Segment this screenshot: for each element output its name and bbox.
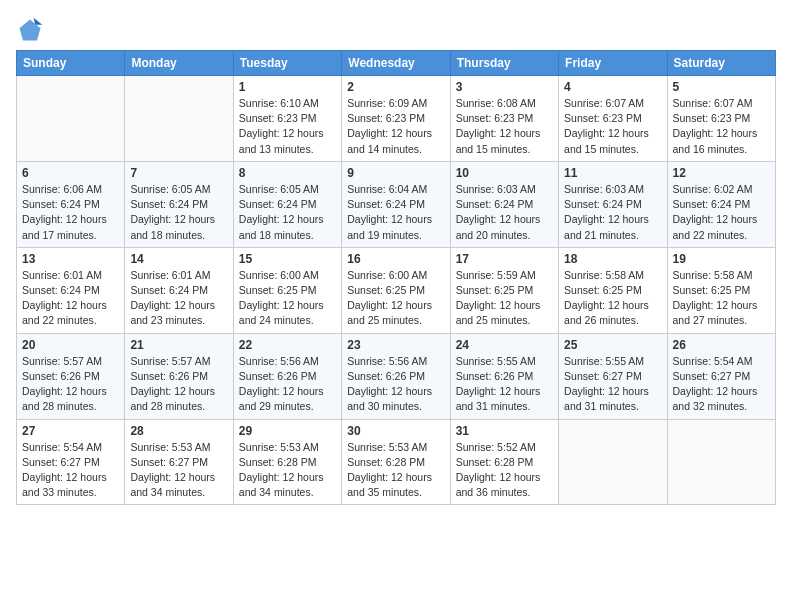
calendar-cell: 2Sunrise: 6:09 AM Sunset: 6:23 PM Daylig… xyxy=(342,76,450,162)
day-number: 3 xyxy=(456,80,553,94)
page-header xyxy=(16,16,776,44)
day-info: Sunrise: 5:57 AM Sunset: 6:26 PM Dayligh… xyxy=(22,354,119,415)
day-number: 22 xyxy=(239,338,336,352)
day-number: 12 xyxy=(673,166,770,180)
calendar-cell: 26Sunrise: 5:54 AM Sunset: 6:27 PM Dayli… xyxy=(667,333,775,419)
calendar-cell: 12Sunrise: 6:02 AM Sunset: 6:24 PM Dayli… xyxy=(667,161,775,247)
calendar-cell: 19Sunrise: 5:58 AM Sunset: 6:25 PM Dayli… xyxy=(667,247,775,333)
calendar-cell: 29Sunrise: 5:53 AM Sunset: 6:28 PM Dayli… xyxy=(233,419,341,505)
header-tuesday: Tuesday xyxy=(233,51,341,76)
day-number: 11 xyxy=(564,166,661,180)
calendar-cell xyxy=(17,76,125,162)
day-info: Sunrise: 5:56 AM Sunset: 6:26 PM Dayligh… xyxy=(347,354,444,415)
day-number: 27 xyxy=(22,424,119,438)
day-info: Sunrise: 5:57 AM Sunset: 6:26 PM Dayligh… xyxy=(130,354,227,415)
week-row-0: 1Sunrise: 6:10 AM Sunset: 6:23 PM Daylig… xyxy=(17,76,776,162)
day-number: 29 xyxy=(239,424,336,438)
day-info: Sunrise: 6:10 AM Sunset: 6:23 PM Dayligh… xyxy=(239,96,336,157)
week-row-3: 20Sunrise: 5:57 AM Sunset: 6:26 PM Dayli… xyxy=(17,333,776,419)
week-row-4: 27Sunrise: 5:54 AM Sunset: 6:27 PM Dayli… xyxy=(17,419,776,505)
calendar-cell: 6Sunrise: 6:06 AM Sunset: 6:24 PM Daylig… xyxy=(17,161,125,247)
calendar-cell: 20Sunrise: 5:57 AM Sunset: 6:26 PM Dayli… xyxy=(17,333,125,419)
day-info: Sunrise: 5:54 AM Sunset: 6:27 PM Dayligh… xyxy=(673,354,770,415)
day-info: Sunrise: 5:55 AM Sunset: 6:27 PM Dayligh… xyxy=(564,354,661,415)
day-number: 28 xyxy=(130,424,227,438)
day-info: Sunrise: 6:02 AM Sunset: 6:24 PM Dayligh… xyxy=(673,182,770,243)
day-info: Sunrise: 6:04 AM Sunset: 6:24 PM Dayligh… xyxy=(347,182,444,243)
day-info: Sunrise: 6:05 AM Sunset: 6:24 PM Dayligh… xyxy=(239,182,336,243)
calendar-cell: 5Sunrise: 6:07 AM Sunset: 6:23 PM Daylig… xyxy=(667,76,775,162)
day-info: Sunrise: 6:00 AM Sunset: 6:25 PM Dayligh… xyxy=(347,268,444,329)
calendar-cell: 7Sunrise: 6:05 AM Sunset: 6:24 PM Daylig… xyxy=(125,161,233,247)
calendar-cell: 23Sunrise: 5:56 AM Sunset: 6:26 PM Dayli… xyxy=(342,333,450,419)
calendar-cell: 25Sunrise: 5:55 AM Sunset: 6:27 PM Dayli… xyxy=(559,333,667,419)
calendar-cell xyxy=(559,419,667,505)
calendar-cell: 17Sunrise: 5:59 AM Sunset: 6:25 PM Dayli… xyxy=(450,247,558,333)
day-number: 9 xyxy=(347,166,444,180)
calendar-cell: 28Sunrise: 5:53 AM Sunset: 6:27 PM Dayli… xyxy=(125,419,233,505)
day-info: Sunrise: 6:01 AM Sunset: 6:24 PM Dayligh… xyxy=(130,268,227,329)
calendar-cell: 11Sunrise: 6:03 AM Sunset: 6:24 PM Dayli… xyxy=(559,161,667,247)
week-row-1: 6Sunrise: 6:06 AM Sunset: 6:24 PM Daylig… xyxy=(17,161,776,247)
day-number: 20 xyxy=(22,338,119,352)
day-info: Sunrise: 6:07 AM Sunset: 6:23 PM Dayligh… xyxy=(673,96,770,157)
day-info: Sunrise: 5:52 AM Sunset: 6:28 PM Dayligh… xyxy=(456,440,553,501)
calendar-cell: 27Sunrise: 5:54 AM Sunset: 6:27 PM Dayli… xyxy=(17,419,125,505)
calendar-cell: 18Sunrise: 5:58 AM Sunset: 6:25 PM Dayli… xyxy=(559,247,667,333)
calendar-cell: 8Sunrise: 6:05 AM Sunset: 6:24 PM Daylig… xyxy=(233,161,341,247)
day-number: 8 xyxy=(239,166,336,180)
calendar-cell: 10Sunrise: 6:03 AM Sunset: 6:24 PM Dayli… xyxy=(450,161,558,247)
day-info: Sunrise: 6:03 AM Sunset: 6:24 PM Dayligh… xyxy=(564,182,661,243)
day-info: Sunrise: 5:53 AM Sunset: 6:28 PM Dayligh… xyxy=(239,440,336,501)
header-wednesday: Wednesday xyxy=(342,51,450,76)
day-info: Sunrise: 6:09 AM Sunset: 6:23 PM Dayligh… xyxy=(347,96,444,157)
day-number: 1 xyxy=(239,80,336,94)
day-number: 7 xyxy=(130,166,227,180)
calendar-cell: 14Sunrise: 6:01 AM Sunset: 6:24 PM Dayli… xyxy=(125,247,233,333)
day-info: Sunrise: 6:03 AM Sunset: 6:24 PM Dayligh… xyxy=(456,182,553,243)
header-thursday: Thursday xyxy=(450,51,558,76)
day-info: Sunrise: 6:06 AM Sunset: 6:24 PM Dayligh… xyxy=(22,182,119,243)
day-number: 31 xyxy=(456,424,553,438)
header-saturday: Saturday xyxy=(667,51,775,76)
calendar-body: 1Sunrise: 6:10 AM Sunset: 6:23 PM Daylig… xyxy=(17,76,776,505)
calendar-cell: 31Sunrise: 5:52 AM Sunset: 6:28 PM Dayli… xyxy=(450,419,558,505)
day-info: Sunrise: 5:53 AM Sunset: 6:28 PM Dayligh… xyxy=(347,440,444,501)
day-number: 18 xyxy=(564,252,661,266)
day-number: 6 xyxy=(22,166,119,180)
day-number: 21 xyxy=(130,338,227,352)
day-number: 25 xyxy=(564,338,661,352)
logo xyxy=(16,16,48,44)
day-info: Sunrise: 5:56 AM Sunset: 6:26 PM Dayligh… xyxy=(239,354,336,415)
calendar-cell: 13Sunrise: 6:01 AM Sunset: 6:24 PM Dayli… xyxy=(17,247,125,333)
day-number: 23 xyxy=(347,338,444,352)
day-info: Sunrise: 5:58 AM Sunset: 6:25 PM Dayligh… xyxy=(564,268,661,329)
calendar-cell: 3Sunrise: 6:08 AM Sunset: 6:23 PM Daylig… xyxy=(450,76,558,162)
calendar-cell xyxy=(667,419,775,505)
header-monday: Monday xyxy=(125,51,233,76)
day-info: Sunrise: 6:05 AM Sunset: 6:24 PM Dayligh… xyxy=(130,182,227,243)
logo-icon xyxy=(16,16,44,44)
header-row: SundayMondayTuesdayWednesdayThursdayFrid… xyxy=(17,51,776,76)
day-info: Sunrise: 5:59 AM Sunset: 6:25 PM Dayligh… xyxy=(456,268,553,329)
calendar-cell: 30Sunrise: 5:53 AM Sunset: 6:28 PM Dayli… xyxy=(342,419,450,505)
calendar-cell: 4Sunrise: 6:07 AM Sunset: 6:23 PM Daylig… xyxy=(559,76,667,162)
calendar-cell: 16Sunrise: 6:00 AM Sunset: 6:25 PM Dayli… xyxy=(342,247,450,333)
day-info: Sunrise: 5:54 AM Sunset: 6:27 PM Dayligh… xyxy=(22,440,119,501)
calendar-cell: 24Sunrise: 5:55 AM Sunset: 6:26 PM Dayli… xyxy=(450,333,558,419)
calendar-cell: 22Sunrise: 5:56 AM Sunset: 6:26 PM Dayli… xyxy=(233,333,341,419)
calendar-header: SundayMondayTuesdayWednesdayThursdayFrid… xyxy=(17,51,776,76)
calendar-cell: 9Sunrise: 6:04 AM Sunset: 6:24 PM Daylig… xyxy=(342,161,450,247)
day-number: 30 xyxy=(347,424,444,438)
calendar-cell: 15Sunrise: 6:00 AM Sunset: 6:25 PM Dayli… xyxy=(233,247,341,333)
day-number: 2 xyxy=(347,80,444,94)
day-number: 24 xyxy=(456,338,553,352)
calendar-cell xyxy=(125,76,233,162)
day-info: Sunrise: 5:55 AM Sunset: 6:26 PM Dayligh… xyxy=(456,354,553,415)
day-number: 4 xyxy=(564,80,661,94)
day-info: Sunrise: 5:53 AM Sunset: 6:27 PM Dayligh… xyxy=(130,440,227,501)
day-number: 5 xyxy=(673,80,770,94)
day-info: Sunrise: 6:01 AM Sunset: 6:24 PM Dayligh… xyxy=(22,268,119,329)
day-number: 13 xyxy=(22,252,119,266)
day-info: Sunrise: 5:58 AM Sunset: 6:25 PM Dayligh… xyxy=(673,268,770,329)
